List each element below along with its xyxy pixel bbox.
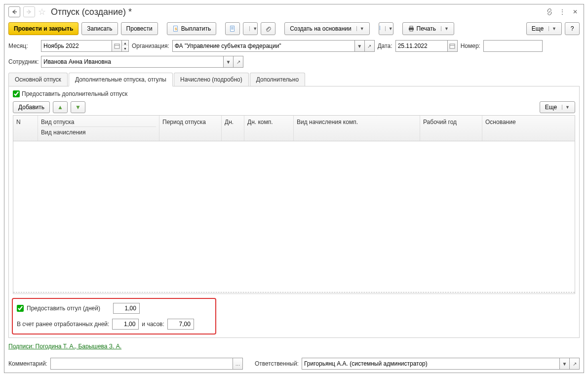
post-button[interactable]: Провести xyxy=(121,22,158,35)
worked-days-input[interactable] xyxy=(112,319,139,330)
calendar-icon[interactable] xyxy=(112,40,122,52)
edit-button[interactable]: ▼ xyxy=(243,22,258,35)
org-open-button[interactable]: ↗ xyxy=(365,40,375,52)
col-accrual-type: Вид начисления xyxy=(41,126,156,138)
signatures-link[interactable]: Подписи: Погодина Т. А., Барышева З. А. xyxy=(8,343,121,350)
org-input[interactable] xyxy=(172,40,355,52)
create-based-on-label: Создать на основании xyxy=(290,25,352,32)
chevron-down-icon: ▼ xyxy=(562,105,570,110)
hours-label: и часов: xyxy=(142,321,164,328)
save-button[interactable]: Записать xyxy=(81,22,118,35)
employee-input[interactable] xyxy=(41,56,224,68)
favorite-icon[interactable]: ☆ xyxy=(38,6,46,17)
pay-label: Выплатить xyxy=(181,25,211,32)
col-days-comp: Дн. комп. xyxy=(244,116,294,141)
employee-dropdown-button[interactable]: ▼ xyxy=(224,56,234,68)
dayoff-frame: Предоставить отгул (дней) В счет ранее о… xyxy=(12,298,216,335)
table-more-button[interactable]: Еще ▼ xyxy=(540,101,575,113)
col-comp-type: Вид начисления комп. xyxy=(294,116,420,141)
chevron-down-icon: ▼ xyxy=(356,26,364,31)
copy-doc-icon: + xyxy=(379,25,380,32)
table-more-label: Еще xyxy=(545,104,557,111)
additional-leave-table[interactable]: N Вид отпуска Вид начисления Период отпу… xyxy=(13,115,575,294)
org-label: Организация: xyxy=(132,42,169,49)
svg-rect-10 xyxy=(380,26,380,30)
org-dropdown-button[interactable]: ▼ xyxy=(355,40,365,52)
add-row-button[interactable]: Добавить xyxy=(13,101,50,113)
provide-additional-label: Предоставить дополнительный отпуск xyxy=(22,90,127,97)
date-label: Дата: xyxy=(378,42,392,49)
add-row-label: Добавить xyxy=(18,104,44,111)
employee-open-button[interactable]: ↗ xyxy=(234,56,243,68)
responsible-input[interactable] xyxy=(302,358,560,370)
col-days: Дн. xyxy=(222,116,244,141)
print-label: Печать xyxy=(417,25,436,32)
print-button[interactable]: Печать ▼ xyxy=(402,22,454,35)
responsible-open-button[interactable]: ↗ xyxy=(570,358,580,370)
col-type: Вид отпуска xyxy=(41,119,156,126)
date-input[interactable] xyxy=(395,40,448,52)
printer-icon xyxy=(408,25,415,32)
tab-accrued[interactable]: Начислено (подробно) xyxy=(174,73,249,86)
svg-rect-14 xyxy=(410,26,413,28)
tab-extra[interactable]: Дополнительно xyxy=(250,73,305,86)
copy-doc-button[interactable]: + ▼ xyxy=(379,22,393,35)
link-icon[interactable] xyxy=(545,7,554,16)
comment-input[interactable] xyxy=(50,358,233,370)
number-input[interactable] xyxy=(483,40,543,52)
month-label: Месяц: xyxy=(8,42,38,49)
chevron-down-icon: ▼ xyxy=(441,26,449,31)
col-basis: Основание xyxy=(482,116,575,141)
move-up-button[interactable]: ▲ xyxy=(53,101,68,113)
post-label: Провести xyxy=(126,25,153,32)
responsible-dropdown-button[interactable]: ▼ xyxy=(560,358,570,370)
tab-additional[interactable]: Дополнительные отпуска, отгулы xyxy=(69,73,173,86)
provide-dayoff-label: Предоставить отгул (дней) xyxy=(27,305,100,312)
close-icon[interactable]: ✕ xyxy=(571,7,580,16)
hours-input[interactable] xyxy=(167,319,194,330)
svg-rect-18 xyxy=(450,44,455,48)
kebab-menu-icon[interactable]: ⋮ xyxy=(558,7,567,16)
responsible-label: Ответственный: xyxy=(255,360,299,367)
document-icon xyxy=(229,25,236,32)
chevron-down-icon: ▼ xyxy=(249,26,257,31)
provide-additional-checkbox[interactable] xyxy=(13,90,20,97)
svg-rect-15 xyxy=(410,30,413,31)
col-period: Период отпуска xyxy=(159,116,222,141)
provide-dayoff-checkbox[interactable] xyxy=(17,305,24,312)
create-based-on-button[interactable]: Создать на основании ▼ xyxy=(284,22,369,35)
col-n: N xyxy=(13,116,38,141)
document-money-icon: $ xyxy=(172,25,179,32)
document-button[interactable] xyxy=(225,22,240,35)
employee-label: Сотрудник: xyxy=(8,58,38,65)
attach-button[interactable] xyxy=(261,22,275,35)
paperclip-icon xyxy=(265,25,272,32)
comment-label: Комментарий: xyxy=(8,360,47,367)
more-label: Еще xyxy=(532,25,544,32)
tab-main[interactable]: Основной отпуск xyxy=(8,73,68,86)
save-label: Записать xyxy=(87,25,112,32)
pay-button[interactable]: $ Выплатить xyxy=(167,22,217,35)
move-down-button[interactable]: ▼ xyxy=(71,101,85,113)
chevron-down-icon: ▼ xyxy=(385,26,393,31)
number-label: Номер: xyxy=(461,42,480,49)
forward-button[interactable] xyxy=(23,6,35,17)
chevron-down-icon: ▼ xyxy=(549,26,556,31)
comment-ellipsis-button[interactable]: … xyxy=(233,358,243,370)
col-work-year: Рабочий год xyxy=(420,116,482,141)
dayoff-days-input[interactable] xyxy=(113,303,140,314)
back-button[interactable] xyxy=(8,6,20,17)
page-title: Отпуск (создание) * xyxy=(51,7,132,17)
pencil-icon xyxy=(243,25,244,32)
more-button[interactable]: Еще ▼ xyxy=(526,22,562,35)
help-button[interactable]: ? xyxy=(565,22,580,35)
month-spinner[interactable]: ▲▼ xyxy=(122,40,129,52)
month-input[interactable] xyxy=(41,40,112,52)
worked-days-label: В счет ранее отработанных дней: xyxy=(17,321,109,328)
svg-rect-16 xyxy=(115,44,119,48)
date-calendar-button[interactable] xyxy=(448,40,458,52)
post-and-close-button[interactable]: Провести и закрыть xyxy=(8,22,78,35)
post-and-close-label: Провести и закрыть xyxy=(14,25,73,32)
svg-text:$: $ xyxy=(175,27,177,31)
